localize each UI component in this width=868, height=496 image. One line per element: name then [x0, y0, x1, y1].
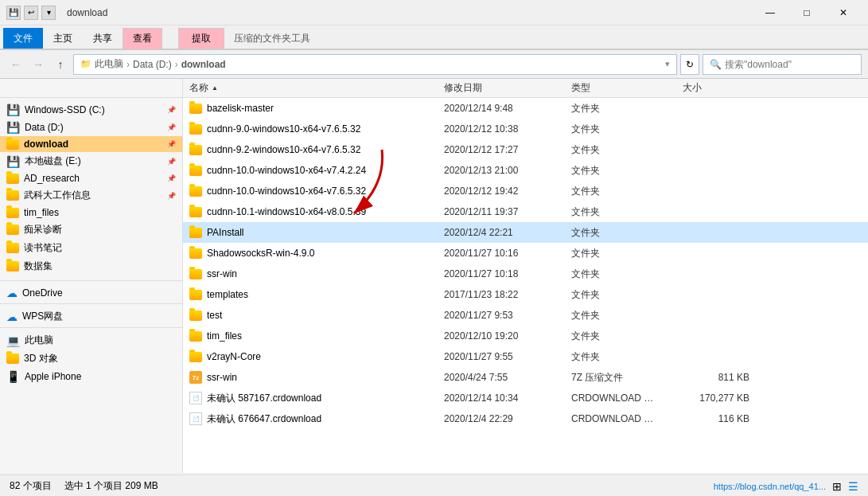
file-row-cudnn101[interactable]: cudnn-10.1-windows10-x64-v8.0.5.39 2020/… [183, 201, 868, 222]
status-selected: 选中 1 个项目 209 MB [64, 479, 158, 493]
sidebar-item-data-d[interactable]: 💾 Data (D:) 📌 [0, 119, 182, 136]
forward-button[interactable]: → [29, 55, 48, 74]
address-input[interactable]: 📁 此电脑 › Data (D:) › download ▾ [73, 54, 677, 75]
file-row-shadowsocks[interactable]: ShadowsocksR-win-4.9.0 2020/11/27 10:16 … [183, 243, 868, 264]
address-bar: ← → ↑ 📁 此电脑 › Data (D:) › download ▾ ↻ 🔍 [0, 50, 868, 79]
view-details[interactable]: ☰ [848, 480, 858, 493]
ribbon: 文件 主页 共享 查看 提取 压缩的文件夹工具 [0, 25, 868, 50]
sidebar-item-dushu[interactable]: 读书笔记 [0, 239, 182, 257]
sidebar-item-wps[interactable]: ☁ WPS网盘 [0, 307, 182, 326]
file-row-painstall[interactable]: PAInstall 2020/12/4 22:21 文件夹 [183, 222, 868, 243]
sidebar-item-ad-research[interactable]: AD_research 📌 [0, 170, 182, 186]
tab-compress-tools-label: 压缩的文件夹工具 [228, 29, 317, 49]
sidebar: 💾 Windows-SSD (C:) 📌 💾 Data (D:) 📌 downl… [0, 98, 183, 473]
maximize-button[interactable]: □ [788, 0, 825, 25]
sidebar-item-this-pc[interactable]: 💻 此电脑 [0, 331, 182, 350]
status-url: https://blog.csdn.net/qq_41... [714, 482, 826, 491]
tab-view[interactable]: 查看 [123, 28, 162, 49]
tab-share[interactable]: 共享 [83, 28, 123, 49]
sidebar-item-windows-ssd[interactable]: 💾 Windows-SSD (C:) 📌 [0, 101, 182, 119]
doc-icon-1: 📄 [189, 392, 202, 404]
close-button[interactable]: ✕ [825, 0, 862, 25]
file-row-cudnn100-765[interactable]: cudnn-10.0-windows10-x64-v7.6.5.32 2020/… [183, 181, 868, 201]
title-icon-menu[interactable]: ▾ [41, 6, 56, 20]
search-input[interactable] [725, 59, 852, 70]
status-bar: 82 个项目 选中 1 个项目 209 MB https://blog.csdn… [0, 475, 868, 496]
file-row-v2rayn[interactable]: v2rayN-Core 2020/11/27 9:55 文件夹 [183, 346, 868, 367]
file-row-crdownload1[interactable]: 📄 未确认 587167.crdownload 2020/12/14 10:34… [183, 388, 868, 408]
tab-extract-tools[interactable]: 提取 [178, 28, 224, 49]
minimize-button[interactable]: — [752, 0, 788, 25]
file-row-cudnn100-742[interactable]: cudnn-10.0-windows10-x64-v7.4.2.24 2020/… [183, 160, 868, 181]
file-row-ssr-win-folder[interactable]: ssr-win 2020/11/27 10:18 文件夹 [183, 264, 868, 284]
tab-file[interactable]: 文件 [3, 28, 43, 49]
sidebar-item-iphone[interactable]: 📱 Apple iPhone [0, 368, 182, 385]
window-title: download [67, 7, 107, 18]
file-row-bazelisk[interactable]: bazelisk-master 2020/12/14 9:48 文件夹 [183, 98, 868, 119]
back-button[interactable]: ← [6, 55, 25, 74]
sidebar-item-download[interactable]: download 📌 [0, 136, 182, 152]
refresh-button[interactable]: ↻ [680, 54, 699, 75]
file-row-test[interactable]: test 2020/11/27 9:53 文件夹 [183, 305, 868, 326]
file-row-cudnn90[interactable]: cudnn-9.0-windows10-x64-v7.6.5.32 2020/1… [183, 119, 868, 139]
sidebar-item-wuke[interactable]: 武科大工作信息 📌 [0, 186, 182, 205]
column-headers: 名称 ▲ 修改日期 类型 大小 [0, 79, 868, 98]
sidebar-item-onedrive[interactable]: ☁ OneDrive [0, 284, 182, 302]
file-row-crdownload2[interactable]: 📄 未确认 676647.crdownload 2020/12/4 22:29 … [183, 408, 868, 429]
file-row-cudnn92[interactable]: cudnn-9.2-windows10-x64-v7.6.5.32 2020/1… [183, 139, 868, 160]
main-area: 💾 Windows-SSD (C:) 📌 💾 Data (D:) 📌 downl… [0, 98, 868, 473]
sidebar-item-3d[interactable]: 3D 对象 [0, 350, 182, 368]
up-button[interactable]: ↑ [51, 55, 70, 74]
col-header-name[interactable]: 名称 ▲ [183, 79, 438, 97]
search-box[interactable]: 🔍 [703, 54, 862, 75]
title-icon-save: 💾 [6, 6, 21, 20]
view-large-icons[interactable]: ⊞ [832, 480, 842, 493]
tab-home[interactable]: 主页 [43, 28, 83, 49]
sidebar-item-tim-files[interactable]: tim_files [0, 205, 182, 221]
file-row-tim-files[interactable]: tim_files 2020/12/10 19:20 文件夹 [183, 326, 868, 346]
col-header-date[interactable]: 修改日期 [438, 79, 565, 97]
file-list: bazelisk-master 2020/12/14 9:48 文件夹 cudn… [183, 98, 868, 473]
col-header-type[interactable]: 类型 [565, 79, 676, 97]
sidebar-item-local-e[interactable]: 💾 本地磁盘 (E:) 📌 [0, 152, 182, 170]
doc-icon-2: 📄 [189, 412, 202, 425]
sidebar-item-shujuji[interactable]: 数据集 [0, 257, 182, 275]
sidebar-item-fuchun[interactable]: 痴呆诊断 [0, 221, 182, 239]
title-icon-undo: ↩ [24, 6, 38, 20]
status-count: 82 个项目 [10, 479, 52, 493]
title-bar: 💾 ↩ ▾ download — □ ✕ [0, 0, 868, 25]
file-row-ssr-win-archive[interactable]: 7z ssr-win 2020/4/24 7:55 7Z 压缩文件 811 KB [183, 367, 868, 388]
archive-icon: 7z [189, 371, 202, 384]
file-row-templates[interactable]: templates 2017/11/23 18:22 文件夹 [183, 284, 868, 305]
col-header-size[interactable]: 大小 [676, 79, 756, 97]
